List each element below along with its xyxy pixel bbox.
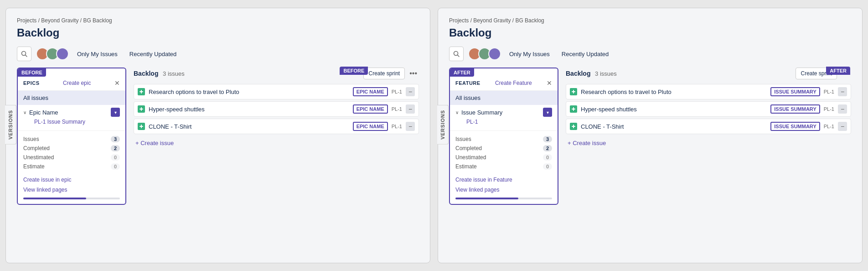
stat-label-completed: Completed	[23, 145, 50, 151]
issue-minus-3-right[interactable]: −	[838, 122, 847, 131]
before-badge-main-left: BEFORE	[340, 67, 368, 75]
issue-row-2-left: Hyper-speed shuttles EPIC NAME PL-1 −	[134, 101, 419, 117]
svg-rect-11	[573, 90, 574, 94]
stat-value-issues-r: 3	[543, 136, 552, 142]
toolbar-left: Only My Issues Recently Updated	[17, 47, 419, 61]
issue-icon-1-right	[570, 88, 577, 95]
sidebar-type-label-right: FEATURE	[455, 80, 480, 86]
create-issue-right[interactable]: + Create issue	[566, 136, 851, 150]
progress-bar-right	[450, 195, 558, 204]
progress-bar-bg-left	[23, 198, 120, 199]
issue-id-3-left: PL-1	[392, 124, 402, 129]
svg-rect-3	[141, 90, 142, 94]
progress-bar-left	[18, 195, 125, 204]
stat-row-completed-r: Completed 2	[455, 144, 552, 153]
more-options-btn-left[interactable]: •••	[408, 69, 419, 78]
epic-label-3-left: EPIC NAME	[353, 122, 388, 131]
issue-minus-2-right[interactable]: −	[838, 104, 847, 114]
create-issue-left[interactable]: + Create issue	[134, 136, 419, 150]
epic-name-row-right[interactable]: ∨ Issue Summary ▾	[455, 108, 552, 117]
create-feature-link[interactable]: Create Feature	[495, 80, 532, 86]
stats-section-left: Issues 3 Completed 2 Unestimated 0 Estim…	[18, 130, 125, 175]
all-issues-left[interactable]: All issues	[18, 91, 125, 105]
page-title-left: Backlog	[17, 26, 419, 39]
sidebar-left: BEFORE VERSIONS EPICS Create epic ✕ All …	[17, 68, 126, 205]
sub-item-right[interactable]: PL-1	[455, 117, 552, 128]
after-badge-right: AFTER	[450, 68, 474, 77]
content-area-left: BEFORE VERSIONS EPICS Create epic ✕ All …	[17, 68, 419, 205]
recently-updated-btn-right[interactable]: Recently Updated	[558, 49, 612, 59]
create-issue-in-feature-link[interactable]: Create issue in Feature	[450, 175, 558, 185]
svg-line-9	[458, 55, 460, 57]
create-sprint-btn-left[interactable]: Create sprint	[363, 68, 405, 79]
chevron-right: ∨	[455, 110, 459, 115]
issue-id-1-left: PL-1	[392, 89, 402, 94]
stat-row-completed: Completed 2	[23, 144, 120, 153]
issue-label-1-right: ISSUE SUMMARY	[770, 87, 820, 96]
page-title-right: Backlog	[449, 26, 851, 39]
epic-name-row-left[interactable]: ∨ Epic Name ▾	[23, 108, 120, 117]
view-linked-pages-link-r[interactable]: View linked pages	[450, 185, 558, 195]
search-button-left[interactable]	[17, 47, 31, 61]
progress-bar-fill-right	[455, 198, 518, 199]
sidebar-close-left[interactable]: ✕	[114, 79, 120, 87]
stat-value-completed-r: 2	[543, 145, 552, 151]
avatars-right	[468, 47, 501, 60]
backlog-actions-right: AFTER Create sprint •••	[796, 68, 851, 79]
epic-name-text-right: Issue Summary	[461, 109, 502, 116]
sidebar-right: AFTER VERSIONS FEATURE Create Feature ✕ …	[449, 68, 558, 205]
only-my-issues-btn-right[interactable]: Only My Issues	[506, 49, 553, 59]
before-badge-left: BEFORE	[18, 68, 46, 77]
svg-rect-13	[573, 107, 574, 111]
versions-tab-left[interactable]: VERSIONS	[5, 105, 16, 145]
stat-value-estimate: 0	[111, 163, 120, 170]
view-linked-pages-link[interactable]: View linked pages	[18, 185, 125, 195]
stat-label-unestimated-r: Unestimated	[455, 154, 486, 161]
issue-label-3-right: ISSUE SUMMARY	[770, 122, 820, 131]
issue-row-2-right: Hyper-speed shuttles ISSUE SUMMARY PL-1 …	[566, 101, 851, 117]
svg-line-1	[26, 55, 27, 57]
issue-icon-2-right	[570, 105, 577, 113]
issue-text-1-left: Research options to travel to Pluto	[149, 89, 349, 95]
create-epic-link[interactable]: Create epic	[63, 80, 91, 86]
stat-label-unestimated: Unestimated	[23, 154, 54, 161]
epic-item-right: ∨ Issue Summary ▾ PL-1	[450, 105, 558, 130]
dropdown-arrow-right[interactable]: ▾	[543, 108, 552, 117]
search-button-right[interactable]	[449, 47, 464, 61]
svg-rect-7	[141, 125, 142, 128]
sidebar-close-right[interactable]: ✕	[547, 79, 552, 87]
content-area-right: AFTER VERSIONS FEATURE Create Feature ✕ …	[449, 68, 851, 205]
issue-text-1-right: Research options to travel to Pluto	[581, 89, 767, 95]
versions-tab-right[interactable]: VERSIONS	[437, 105, 449, 145]
issue-text-2-left: Hyper-speed shuttles	[149, 106, 349, 113]
issue-icon-2-left	[138, 105, 145, 113]
progress-bar-fill-left	[23, 198, 86, 199]
issue-id-1-right: PL-1	[824, 89, 834, 94]
recently-updated-btn-left[interactable]: Recently Updated	[126, 49, 180, 59]
all-issues-right[interactable]: All issues	[450, 91, 558, 105]
issue-minus-1-left[interactable]: −	[406, 87, 415, 96]
only-my-issues-btn-left[interactable]: Only My Issues	[73, 49, 121, 59]
main-content-right: Backlog 3 issues AFTER Create sprint •••	[566, 68, 851, 205]
dropdown-arrow-left[interactable]: ▾	[111, 108, 120, 117]
issue-minus-3-left[interactable]: −	[406, 122, 415, 131]
stat-label-issues-r: Issues	[455, 136, 471, 142]
backlog-count-right: 3 issues	[595, 70, 617, 77]
issue-icon-3-right	[570, 123, 577, 130]
sub-item-left[interactable]: PL-1 Issue Summary	[23, 117, 120, 128]
avatars-left	[36, 47, 69, 60]
issue-icon-3-left	[138, 123, 145, 130]
stat-row-issues: Issues 3	[23, 135, 120, 144]
avatar-3	[56, 47, 69, 60]
stats-section-right: Issues 3 Completed 2 Unestimated 0 Estim…	[450, 130, 558, 175]
backlog-title-right: Backlog	[566, 70, 590, 77]
stat-row-unestimated-r: Unestimated 0	[455, 153, 552, 162]
stat-label-issues: Issues	[23, 136, 39, 142]
backlog-header-right: Backlog 3 issues AFTER Create sprint •••	[566, 68, 851, 79]
issue-minus-1-right[interactable]: −	[838, 87, 847, 96]
issue-icon-1-left	[138, 88, 145, 95]
issue-minus-2-left[interactable]: −	[406, 104, 415, 114]
create-issue-in-epic-link[interactable]: Create issue in epic	[18, 175, 125, 185]
issue-row-1-right: Research options to travel to Pluto ISSU…	[566, 84, 851, 99]
issue-id-3-right: PL-1	[824, 124, 834, 129]
